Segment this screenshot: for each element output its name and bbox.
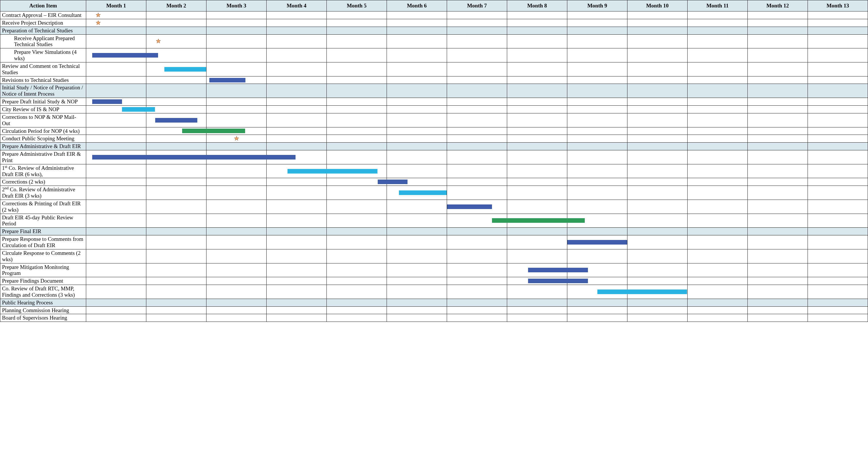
month-cell xyxy=(327,314,387,322)
month-cell xyxy=(748,98,808,106)
action-item-label: Receive Applicant Prepared Technical Stu… xyxy=(0,34,86,49)
month-cell xyxy=(567,235,627,249)
month-cell xyxy=(86,76,146,84)
month-cell xyxy=(447,299,507,307)
month-cell xyxy=(507,142,567,150)
month-cell xyxy=(447,11,507,19)
month-cell xyxy=(86,142,146,150)
table-row: Circulate Response to Comments (2 wks) xyxy=(0,249,868,263)
month-cell xyxy=(267,277,327,285)
month-cell xyxy=(327,62,387,76)
month-cell xyxy=(688,127,748,135)
month-cell xyxy=(688,299,748,307)
month-cell xyxy=(808,84,868,98)
month-cell xyxy=(267,76,327,84)
header-month-4: Month 4 xyxy=(267,0,327,11)
table-row: Revisions to Technical Studies xyxy=(0,76,868,84)
month-cell xyxy=(567,164,627,178)
action-item-label: Board of Supervisors Hearing xyxy=(0,314,86,322)
month-cell xyxy=(267,98,327,106)
month-cell xyxy=(507,178,567,186)
month-cell xyxy=(808,277,868,285)
month-cell xyxy=(808,285,868,299)
month-cell xyxy=(327,11,387,19)
table-row: Draft EIR 45-day Public Review Period xyxy=(0,214,868,228)
month-cell xyxy=(387,49,447,62)
month-cell xyxy=(146,299,207,307)
month-cell xyxy=(447,277,507,285)
month-cell xyxy=(267,62,327,76)
month-cell xyxy=(567,62,627,76)
month-cell xyxy=(207,178,267,186)
month-cell xyxy=(86,178,146,186)
action-item-label: Prepare Final EIR xyxy=(0,228,86,235)
header-month-6: Month 6 xyxy=(387,0,447,11)
table-row: Corrections & Printing of Draft EIR (2 w… xyxy=(0,200,868,214)
action-item-label: City Review of IS & NOP xyxy=(0,105,86,113)
svg-marker-2 xyxy=(156,39,161,43)
month-cell xyxy=(267,285,327,299)
month-cell xyxy=(86,62,146,76)
month-cell xyxy=(387,228,447,235)
month-cell xyxy=(387,105,447,113)
month-cell xyxy=(507,314,567,322)
month-cell xyxy=(146,150,207,164)
gantt-bar xyxy=(567,240,627,245)
month-cell xyxy=(688,178,748,186)
month-cell xyxy=(327,164,387,178)
month-cell xyxy=(748,249,808,263)
header-month-3: Month 3 xyxy=(207,0,267,11)
month-cell xyxy=(327,113,387,127)
month-cell xyxy=(387,277,447,285)
month-cell xyxy=(748,34,808,49)
month-cell xyxy=(207,228,267,235)
month-cell xyxy=(748,285,808,299)
header-month-13: Month 13 xyxy=(808,0,868,11)
month-cell xyxy=(207,285,267,299)
month-cell xyxy=(327,105,387,113)
table-row: Prepare Draft Initial Study & NOP xyxy=(0,98,868,106)
month-cell xyxy=(447,186,507,200)
month-cell xyxy=(327,49,387,62)
month-cell xyxy=(146,135,207,142)
month-cell xyxy=(567,263,627,277)
action-item-label: Prepare Findings Document xyxy=(0,277,86,285)
month-cell xyxy=(567,314,627,322)
month-cell xyxy=(447,49,507,62)
month-cell xyxy=(688,150,748,164)
month-cell xyxy=(688,11,748,19)
month-cell xyxy=(567,49,627,62)
month-cell xyxy=(507,307,567,314)
month-cell xyxy=(808,19,868,27)
month-cell xyxy=(207,214,267,228)
table-row: 1st Co. Review of Administrative Draft E… xyxy=(0,164,868,178)
month-cell xyxy=(387,178,447,186)
header-row: Action Item Month 1 Month 2 Month 3 Mont… xyxy=(0,0,868,11)
month-cell xyxy=(267,127,327,135)
header-month-5: Month 5 xyxy=(327,0,387,11)
month-cell xyxy=(327,150,387,164)
table-row: City Review of IS & NOP xyxy=(0,105,868,113)
month-cell xyxy=(387,113,447,127)
month-cell xyxy=(387,11,447,19)
month-cell xyxy=(387,142,447,150)
month-cell xyxy=(267,314,327,322)
month-cell xyxy=(447,105,507,113)
month-cell xyxy=(808,314,868,322)
month-cell xyxy=(327,235,387,249)
table-row: Board of Supervisors Hearing xyxy=(0,314,868,322)
month-cell xyxy=(207,249,267,263)
month-cell xyxy=(507,27,567,34)
month-cell xyxy=(808,127,868,135)
table-row: Corrections to NOP & NOP Mail-Out xyxy=(0,113,868,127)
gantt-bar xyxy=(447,204,492,209)
month-cell xyxy=(207,34,267,49)
month-cell xyxy=(207,200,267,214)
table-row: Corrections (2 wks) xyxy=(0,178,868,186)
month-cell xyxy=(447,200,507,214)
month-cell xyxy=(808,228,868,235)
month-cell xyxy=(387,84,447,98)
month-cell xyxy=(447,62,507,76)
month-cell xyxy=(748,164,808,178)
month-cell xyxy=(567,277,627,285)
